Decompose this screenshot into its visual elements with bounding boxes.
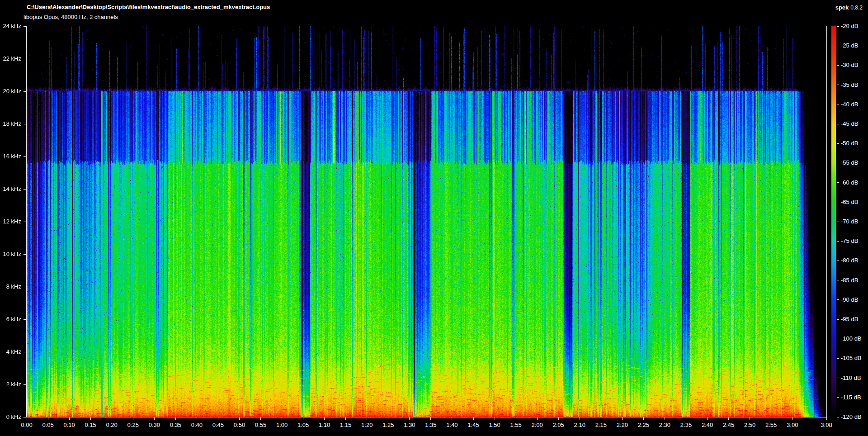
time-tick: [473, 417, 474, 420]
db-tick-label: -100 dB: [841, 336, 862, 342]
db-tick-label: -115 dB: [841, 394, 861, 401]
db-tick: [837, 319, 839, 320]
time-tick-label: 3:00: [780, 422, 805, 428]
db-tick: [837, 397, 839, 398]
time-tick: [260, 417, 261, 420]
time-tick: [558, 417, 559, 420]
codec-info: libopus Opus, 48000 Hz, 2 channels: [24, 14, 118, 20]
db-tick-label: -35 dB: [841, 82, 858, 88]
freq-tick-label: 14 kHz: [0, 186, 21, 192]
db-tick: [837, 339, 839, 339]
db-tick: [837, 143, 839, 144]
time-tick: [601, 417, 601, 420]
app-version: 0.8.2: [850, 5, 863, 11]
freq-tick: [24, 417, 26, 417]
db-tick: [837, 417, 839, 417]
time-tick: [771, 417, 771, 420]
time-tick: [430, 417, 431, 420]
spectrogram-canvas: [27, 26, 826, 417]
time-tick: [537, 417, 538, 420]
time-tick: [643, 417, 644, 420]
db-tick: [837, 358, 839, 359]
app-name: spek: [835, 4, 849, 11]
time-tick: [303, 417, 303, 420]
time-tick: [90, 417, 91, 420]
db-tick-label: -40 dB: [841, 101, 858, 108]
db-tick-label: -30 dB: [841, 62, 858, 68]
db-tick: [837, 280, 839, 280]
time-tick: [48, 417, 48, 420]
db-tick-label: -75 dB: [841, 238, 858, 244]
time-tick: [218, 417, 218, 420]
time-tick: [324, 417, 325, 420]
db-tick-label: -85 dB: [841, 277, 858, 284]
db-tick: [837, 124, 839, 124]
db-tick-label: -105 dB: [841, 355, 862, 361]
freq-tick-label: 4 kHz: [0, 349, 21, 355]
db-tick: [837, 104, 839, 104]
time-tick: [750, 417, 750, 420]
time-tick: [69, 417, 70, 420]
freq-tick-label: 10 kHz: [0, 251, 21, 257]
db-tick: [837, 378, 839, 378]
time-tick: [516, 417, 516, 420]
db-tick-label: -55 dB: [841, 160, 858, 166]
app-brand: spek0.8.2: [835, 4, 863, 11]
freq-tick: [24, 59, 26, 59]
time-tick: [792, 417, 793, 420]
time-tick: [665, 417, 665, 420]
time-tick: [622, 417, 623, 420]
db-tick-label: -90 dB: [841, 297, 858, 303]
db-tick-label: -60 dB: [841, 180, 858, 186]
db-tick: [837, 26, 839, 27]
time-tick: [728, 417, 729, 420]
freq-tick-label: 18 kHz: [0, 121, 21, 127]
freq-tick: [24, 156, 26, 157]
db-tick-label: -65 dB: [841, 199, 858, 205]
time-tick-label: 3:08: [814, 422, 839, 428]
time-tick: [409, 417, 410, 420]
freq-tick: [24, 319, 26, 320]
db-tick: [837, 163, 839, 163]
time-tick: [154, 417, 155, 420]
db-tick: [837, 241, 839, 242]
spectrogram-frame: [26, 26, 827, 417]
time-tick: [282, 417, 282, 420]
db-tick-label: -80 dB: [841, 257, 858, 264]
freq-tick: [24, 189, 26, 190]
freq-tick: [24, 222, 26, 222]
db-tick: [837, 65, 839, 66]
freq-tick-label: 2 kHz: [0, 381, 21, 388]
freq-tick: [24, 384, 26, 385]
freq-tick: [24, 124, 26, 124]
time-tick: [707, 417, 708, 420]
time-tick: [27, 417, 27, 420]
time-tick: [133, 417, 133, 420]
time-tick: [495, 417, 495, 420]
db-tick-label: -50 dB: [841, 140, 858, 147]
db-tick: [837, 85, 839, 85]
freq-tick: [24, 26, 26, 27]
db-tick: [837, 46, 839, 46]
freq-tick: [24, 254, 26, 255]
time-tick: [388, 417, 388, 420]
freq-tick-label: 22 kHz: [0, 56, 21, 62]
freq-tick: [24, 287, 26, 287]
file-path-title: C:\Users\Alexander\Desktop\Scripts\files…: [27, 4, 270, 10]
time-tick: [197, 417, 197, 420]
freq-tick-label: 24 kHz: [0, 23, 21, 29]
db-tick: [837, 261, 839, 261]
time-tick: [686, 417, 686, 420]
db-tick-label: -45 dB: [841, 121, 858, 127]
db-tick-label: -20 dB: [841, 23, 858, 29]
db-tick: [837, 182, 839, 183]
time-tick: [580, 417, 580, 420]
db-tick-label: -70 dB: [841, 218, 858, 225]
freq-tick-label: 0 kHz: [0, 414, 21, 420]
time-tick: [112, 417, 112, 420]
freq-tick-label: 16 kHz: [0, 153, 21, 160]
freq-tick-label: 6 kHz: [0, 316, 21, 322]
time-tick: [345, 417, 346, 420]
freq-tick: [24, 352, 26, 352]
db-colorbar: [831, 26, 836, 417]
